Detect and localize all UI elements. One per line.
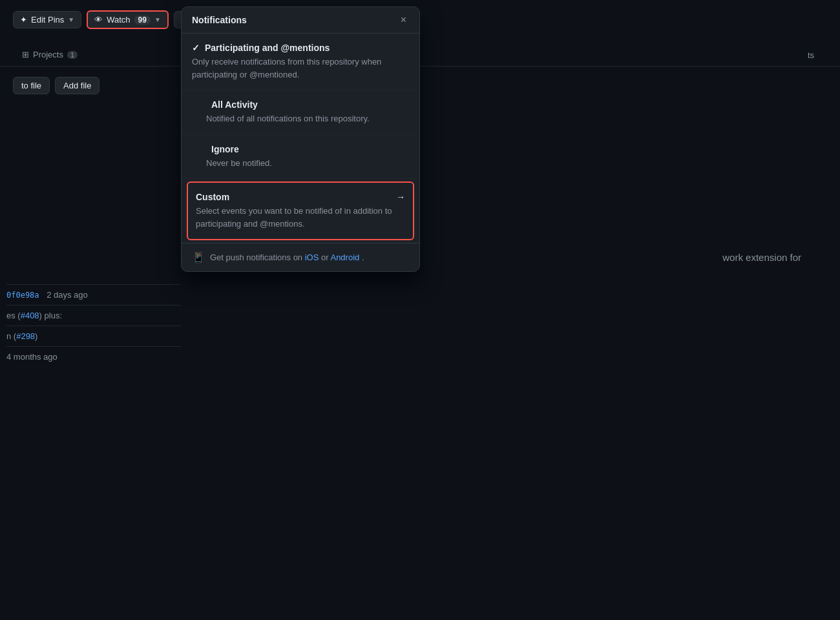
ignore-header: Ignore — [192, 144, 409, 154]
months-ago-text: 4 months ago — [6, 352, 58, 362]
file-area: to file Add file — [0, 67, 840, 94]
issue-298-line: n (#298) — [6, 326, 181, 346]
add-file-button[interactable]: Add file — [55, 77, 100, 94]
ios-link[interactable]: iOS — [305, 253, 319, 262]
custom-title: Custom — [196, 192, 229, 202]
watch-button[interactable]: 👁 Watch 99 ▼ — [87, 10, 169, 29]
chevron-down-icon: ▼ — [68, 16, 74, 23]
dropdown-header: Notifications × — [182, 7, 419, 34]
arrow-right-icon: → — [396, 192, 405, 202]
commit-hash: 0f0e98a — [6, 291, 39, 300]
projects-tab[interactable]: ⊞ Projects 1 — [13, 45, 87, 66]
table-icon: ⊞ — [22, 50, 29, 59]
background-page: ✦ Edit Pins ▼ 👁 Watch 99 ▼ ⑂ Fork 260 ▼ … — [0, 0, 840, 620]
issue-408-line: es (#408) plus: — [6, 305, 181, 326]
participating-option[interactable]: ✓ Participating and @mentions Only recei… — [182, 34, 419, 90]
notifications-dropdown: Notifications × ✓ Participating and @men… — [181, 6, 420, 272]
toolbar: ✦ Edit Pins ▼ 👁 Watch 99 ▼ ⑂ Fork 260 ▼ … — [0, 0, 840, 39]
watch-label: Watch — [107, 15, 130, 25]
edit-pins-button[interactable]: ✦ Edit Pins ▼ — [13, 11, 81, 28]
participating-title: Participating and @mentions — [205, 43, 330, 53]
nav-right-text: ts — [808, 50, 827, 60]
footer-period: . — [362, 253, 364, 262]
pin-icon: ✦ — [20, 15, 27, 25]
participating-header: ✓ Participating and @mentions — [192, 43, 409, 53]
chevron-down-icon: ▼ — [154, 16, 161, 23]
close-button[interactable]: × — [398, 15, 409, 25]
ignore-desc: Never be notified. — [192, 157, 409, 170]
commit-time: 2 days ago — [47, 290, 88, 300]
watch-count-badge: 99 — [134, 16, 151, 25]
custom-header: Custom → — [196, 192, 405, 202]
all-activity-option[interactable]: All Activity Notified of all notificatio… — [182, 90, 419, 135]
edit-pins-label: Edit Pins — [31, 15, 64, 25]
file-toolbar: to file Add file — [13, 77, 827, 94]
dropdown-title: Notifications — [192, 15, 247, 25]
nav-row: ⊞ Projects 1 ts — [0, 39, 840, 67]
commit-line-1: 0f0e98a 2 days ago — [6, 284, 181, 305]
to-file-button[interactable]: to file — [13, 77, 50, 94]
all-activity-header: All Activity — [192, 99, 409, 110]
checkmark-icon: ✓ — [192, 43, 200, 53]
projects-tab-label: Projects — [33, 50, 63, 59]
watch-eye-icon: 👁 — [94, 15, 103, 25]
custom-desc: Select events you want to be notified of… — [196, 205, 405, 230]
ignore-option[interactable]: Ignore Never be notified. — [182, 135, 419, 180]
add-file-label: Add file — [63, 81, 91, 90]
bg-text-right: work extension for — [722, 252, 801, 263]
bg-commits: 0f0e98a 2 days ago es (#408) plus: n (#2… — [6, 284, 181, 367]
footer-text: Get push notifications on iOS or Android… — [210, 253, 364, 262]
to-file-label: to file — [21, 81, 41, 90]
months-ago-line: 4 months ago — [6, 346, 181, 367]
projects-count-badge: 1 — [67, 51, 78, 59]
ignore-title: Ignore — [211, 144, 239, 154]
footer-or: or — [321, 253, 330, 262]
footer-text-label: Get push notifications on — [210, 253, 305, 262]
phone-icon: 📱 — [192, 251, 205, 264]
participating-desc: Only receive notifications from this rep… — [192, 56, 409, 81]
all-activity-title: All Activity — [211, 99, 258, 110]
issue-298-link[interactable]: #298 — [16, 331, 35, 341]
custom-option[interactable]: Custom → Select events you want to be no… — [187, 181, 414, 240]
dropdown-footer: 📱 Get push notifications on iOS or Andro… — [182, 243, 419, 271]
issue-408-link[interactable]: #408 — [21, 311, 39, 320]
android-link[interactable]: Android — [330, 253, 359, 262]
all-activity-desc: Notified of all notifications on this re… — [192, 112, 409, 125]
